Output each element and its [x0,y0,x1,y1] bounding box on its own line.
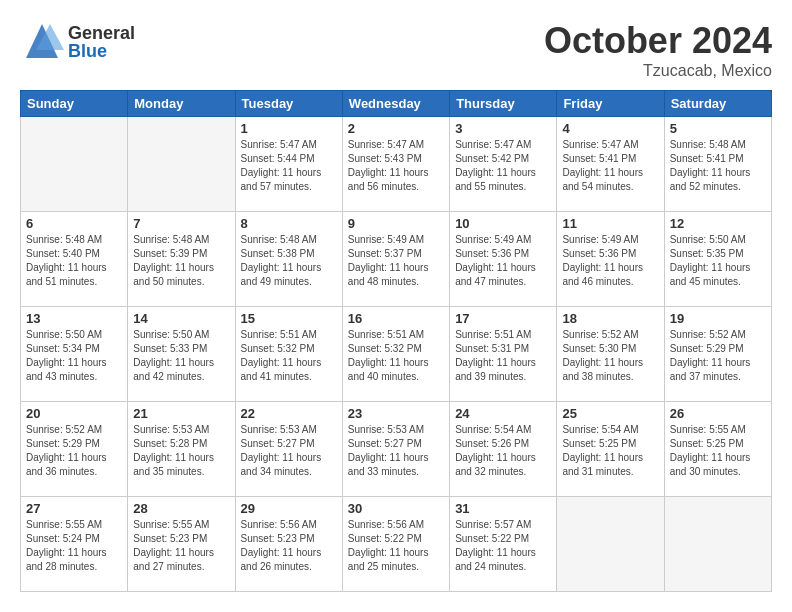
cell-info: Sunrise: 5:54 AM Sunset: 5:26 PM Dayligh… [455,423,551,479]
calendar-cell: 24Sunrise: 5:54 AM Sunset: 5:26 PM Dayli… [450,402,557,497]
day-number: 25 [562,406,658,421]
day-number: 21 [133,406,229,421]
calendar-cell: 22Sunrise: 5:53 AM Sunset: 5:27 PM Dayli… [235,402,342,497]
cell-info: Sunrise: 5:55 AM Sunset: 5:24 PM Dayligh… [26,518,122,574]
cell-info: Sunrise: 5:48 AM Sunset: 5:39 PM Dayligh… [133,233,229,289]
calendar-cell: 31Sunrise: 5:57 AM Sunset: 5:22 PM Dayli… [450,497,557,592]
cell-info: Sunrise: 5:56 AM Sunset: 5:23 PM Dayligh… [241,518,337,574]
day-number: 27 [26,501,122,516]
day-number: 29 [241,501,337,516]
calendar-cell: 16Sunrise: 5:51 AM Sunset: 5:32 PM Dayli… [342,307,449,402]
header: General Blue October 2024 Tzucacab, Mexi… [20,20,772,80]
calendar-cell: 26Sunrise: 5:55 AM Sunset: 5:25 PM Dayli… [664,402,771,497]
weekday-wednesday: Wednesday [342,91,449,117]
calendar-table: SundayMondayTuesdayWednesdayThursdayFrid… [20,90,772,592]
day-number: 22 [241,406,337,421]
calendar-cell: 30Sunrise: 5:56 AM Sunset: 5:22 PM Dayli… [342,497,449,592]
calendar-cell: 28Sunrise: 5:55 AM Sunset: 5:23 PM Dayli… [128,497,235,592]
weekday-thursday: Thursday [450,91,557,117]
calendar-cell: 4Sunrise: 5:47 AM Sunset: 5:41 PM Daylig… [557,117,664,212]
calendar-cell: 2Sunrise: 5:47 AM Sunset: 5:43 PM Daylig… [342,117,449,212]
weekday-friday: Friday [557,91,664,117]
logo-blue-text: Blue [68,42,135,60]
day-number: 31 [455,501,551,516]
weekday-tuesday: Tuesday [235,91,342,117]
cell-info: Sunrise: 5:48 AM Sunset: 5:41 PM Dayligh… [670,138,766,194]
cell-info: Sunrise: 5:52 AM Sunset: 5:29 PM Dayligh… [670,328,766,384]
calendar-week-2: 6Sunrise: 5:48 AM Sunset: 5:40 PM Daylig… [21,212,772,307]
day-number: 17 [455,311,551,326]
cell-info: Sunrise: 5:51 AM Sunset: 5:32 PM Dayligh… [348,328,444,384]
calendar-cell: 13Sunrise: 5:50 AM Sunset: 5:34 PM Dayli… [21,307,128,402]
calendar-cell: 3Sunrise: 5:47 AM Sunset: 5:42 PM Daylig… [450,117,557,212]
day-number: 7 [133,216,229,231]
logo-name: General Blue [68,24,135,60]
day-number: 3 [455,121,551,136]
cell-info: Sunrise: 5:49 AM Sunset: 5:37 PM Dayligh… [348,233,444,289]
month-title: October 2024 [544,20,772,62]
calendar-cell: 29Sunrise: 5:56 AM Sunset: 5:23 PM Dayli… [235,497,342,592]
location-subtitle: Tzucacab, Mexico [544,62,772,80]
day-number: 8 [241,216,337,231]
cell-info: Sunrise: 5:55 AM Sunset: 5:23 PM Dayligh… [133,518,229,574]
day-number: 13 [26,311,122,326]
calendar-week-3: 13Sunrise: 5:50 AM Sunset: 5:34 PM Dayli… [21,307,772,402]
cell-info: Sunrise: 5:52 AM Sunset: 5:29 PM Dayligh… [26,423,122,479]
day-number: 4 [562,121,658,136]
logo: General Blue [20,20,135,64]
calendar-cell: 11Sunrise: 5:49 AM Sunset: 5:36 PM Dayli… [557,212,664,307]
calendar-cell: 21Sunrise: 5:53 AM Sunset: 5:28 PM Dayli… [128,402,235,497]
day-number: 14 [133,311,229,326]
calendar-cell: 25Sunrise: 5:54 AM Sunset: 5:25 PM Dayli… [557,402,664,497]
day-number: 9 [348,216,444,231]
cell-info: Sunrise: 5:54 AM Sunset: 5:25 PM Dayligh… [562,423,658,479]
cell-info: Sunrise: 5:47 AM Sunset: 5:43 PM Dayligh… [348,138,444,194]
cell-info: Sunrise: 5:47 AM Sunset: 5:42 PM Dayligh… [455,138,551,194]
cell-info: Sunrise: 5:47 AM Sunset: 5:44 PM Dayligh… [241,138,337,194]
weekday-header-row: SundayMondayTuesdayWednesdayThursdayFrid… [21,91,772,117]
calendar-cell: 20Sunrise: 5:52 AM Sunset: 5:29 PM Dayli… [21,402,128,497]
calendar-cell: 10Sunrise: 5:49 AM Sunset: 5:36 PM Dayli… [450,212,557,307]
cell-info: Sunrise: 5:47 AM Sunset: 5:41 PM Dayligh… [562,138,658,194]
calendar-cell: 8Sunrise: 5:48 AM Sunset: 5:38 PM Daylig… [235,212,342,307]
page: General Blue October 2024 Tzucacab, Mexi… [0,0,792,612]
cell-info: Sunrise: 5:51 AM Sunset: 5:31 PM Dayligh… [455,328,551,384]
cell-info: Sunrise: 5:56 AM Sunset: 5:22 PM Dayligh… [348,518,444,574]
cell-info: Sunrise: 5:57 AM Sunset: 5:22 PM Dayligh… [455,518,551,574]
calendar-cell: 6Sunrise: 5:48 AM Sunset: 5:40 PM Daylig… [21,212,128,307]
calendar-cell: 23Sunrise: 5:53 AM Sunset: 5:27 PM Dayli… [342,402,449,497]
calendar-cell [128,117,235,212]
calendar-cell: 1Sunrise: 5:47 AM Sunset: 5:44 PM Daylig… [235,117,342,212]
calendar-cell: 7Sunrise: 5:48 AM Sunset: 5:39 PM Daylig… [128,212,235,307]
day-number: 12 [670,216,766,231]
day-number: 16 [348,311,444,326]
cell-info: Sunrise: 5:52 AM Sunset: 5:30 PM Dayligh… [562,328,658,384]
calendar-cell: 15Sunrise: 5:51 AM Sunset: 5:32 PM Dayli… [235,307,342,402]
day-number: 1 [241,121,337,136]
calendar-week-4: 20Sunrise: 5:52 AM Sunset: 5:29 PM Dayli… [21,402,772,497]
day-number: 2 [348,121,444,136]
calendar-cell: 27Sunrise: 5:55 AM Sunset: 5:24 PM Dayli… [21,497,128,592]
cell-info: Sunrise: 5:49 AM Sunset: 5:36 PM Dayligh… [562,233,658,289]
calendar-cell [557,497,664,592]
cell-info: Sunrise: 5:53 AM Sunset: 5:27 PM Dayligh… [348,423,444,479]
day-number: 19 [670,311,766,326]
day-number: 30 [348,501,444,516]
cell-info: Sunrise: 5:53 AM Sunset: 5:27 PM Dayligh… [241,423,337,479]
day-number: 23 [348,406,444,421]
calendar-cell: 18Sunrise: 5:52 AM Sunset: 5:30 PM Dayli… [557,307,664,402]
cell-info: Sunrise: 5:48 AM Sunset: 5:40 PM Dayligh… [26,233,122,289]
calendar-week-5: 27Sunrise: 5:55 AM Sunset: 5:24 PM Dayli… [21,497,772,592]
calendar-cell: 19Sunrise: 5:52 AM Sunset: 5:29 PM Dayli… [664,307,771,402]
calendar-cell: 5Sunrise: 5:48 AM Sunset: 5:41 PM Daylig… [664,117,771,212]
cell-info: Sunrise: 5:48 AM Sunset: 5:38 PM Dayligh… [241,233,337,289]
calendar-cell: 12Sunrise: 5:50 AM Sunset: 5:35 PM Dayli… [664,212,771,307]
cell-info: Sunrise: 5:55 AM Sunset: 5:25 PM Dayligh… [670,423,766,479]
day-number: 28 [133,501,229,516]
calendar-cell [21,117,128,212]
calendar-cell: 14Sunrise: 5:50 AM Sunset: 5:33 PM Dayli… [128,307,235,402]
logo-icon [20,20,64,64]
day-number: 24 [455,406,551,421]
calendar-cell [664,497,771,592]
day-number: 11 [562,216,658,231]
